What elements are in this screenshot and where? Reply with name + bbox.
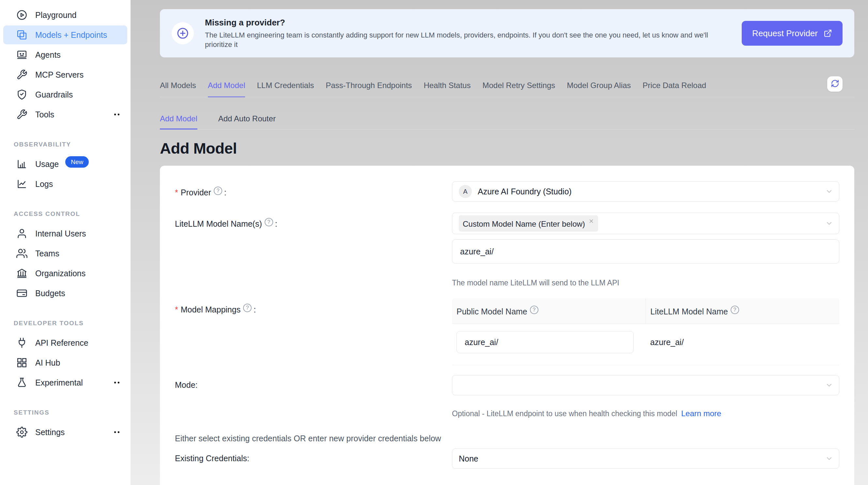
plug-icon bbox=[16, 337, 27, 348]
sidebar-item-internal-users[interactable]: Internal Users bbox=[3, 224, 127, 243]
banner-body: The LiteLLM engineering team is constant… bbox=[205, 30, 737, 49]
external-link-icon bbox=[824, 29, 832, 37]
more-options-icon[interactable] bbox=[112, 109, 122, 120]
existing-credentials-select[interactable]: None bbox=[452, 449, 839, 469]
sidebar-item-agents[interactable]: Agents bbox=[3, 45, 127, 64]
tab-model-group-alias[interactable]: Model Group Alias bbox=[567, 81, 631, 97]
help-icon[interactable]: ? bbox=[214, 187, 222, 195]
subtab-add-auto-router[interactable]: Add Auto Router bbox=[218, 114, 276, 129]
wrench-icon bbox=[16, 109, 27, 120]
refresh-icon bbox=[831, 79, 839, 89]
more-options-icon[interactable] bbox=[112, 377, 122, 388]
chevron-down-icon bbox=[825, 381, 833, 389]
help-icon[interactable]: ? bbox=[243, 304, 252, 312]
sidebar-item-logs[interactable]: Logs bbox=[3, 174, 127, 193]
sidebar-section-observability: OBSERVABILITY bbox=[14, 141, 130, 148]
public-model-name-input[interactable] bbox=[457, 331, 634, 353]
sidebar: Playground Models + Endpoints Agents MCP… bbox=[0, 0, 130, 485]
required-mark: * bbox=[175, 188, 178, 197]
sidebar-item-label: Organizations bbox=[35, 269, 86, 278]
tab-pass-through-endpoints[interactable]: Pass-Through Endpoints bbox=[326, 81, 412, 97]
request-provider-label: Request Provider bbox=[752, 28, 818, 38]
sidebar-item-label: Usage bbox=[35, 160, 59, 169]
mapping-row: azure_ai/ bbox=[452, 324, 839, 365]
sidebar-item-models-endpoints[interactable]: Models + Endpoints bbox=[3, 26, 127, 44]
model-mappings-row: *Model Mappings?: Public Model Name? Lit… bbox=[175, 298, 839, 365]
refresh-button[interactable] bbox=[827, 76, 842, 92]
tab-add-model[interactable]: Add Model bbox=[208, 81, 245, 97]
sidebar-item-playground[interactable]: Playground bbox=[3, 5, 127, 25]
or-divider: OR bbox=[175, 484, 839, 485]
help-icon[interactable]: ? bbox=[530, 305, 538, 314]
sidebar-item-label: Tools bbox=[35, 110, 54, 119]
sidebar-item-settings[interactable]: Settings bbox=[3, 423, 127, 442]
sidebar-item-budgets[interactable]: Budgets bbox=[3, 284, 127, 303]
sidebar-section-access-control: ACCESS CONTROL bbox=[14, 211, 130, 218]
provider-select-value: Azure AI Foundry (Studio) bbox=[478, 187, 572, 196]
sidebar-item-tools[interactable]: Tools bbox=[3, 105, 127, 124]
litellm-model-names-row: LiteLLM Model Name(s)?: Custom Model Nam… bbox=[175, 213, 839, 287]
agent-icon bbox=[16, 49, 27, 60]
grid-icon bbox=[16, 357, 27, 368]
tab-model-retry-settings[interactable]: Model Retry Settings bbox=[482, 81, 555, 97]
sidebar-nav: Playground Models + Endpoints Agents MCP… bbox=[0, 5, 130, 442]
chevron-down-icon bbox=[825, 455, 833, 462]
litellm-model-names-multiselect[interactable]: Custom Model Name (Enter below) bbox=[452, 213, 839, 234]
sidebar-section-developer-tools: DEVELOPER TOOLS bbox=[14, 320, 130, 327]
custom-model-name-input[interactable] bbox=[452, 239, 839, 263]
provider-select[interactable]: A Azure AI Foundry (Studio) bbox=[452, 181, 839, 201]
learn-more-link[interactable]: Learn more bbox=[681, 409, 721, 418]
sidebar-item-label: Guardrails bbox=[35, 90, 73, 99]
required-mark: * bbox=[175, 305, 178, 314]
model-name-tag: Custom Model Name (Enter below) bbox=[459, 215, 598, 232]
new-badge: New bbox=[65, 156, 89, 168]
sidebar-item-ai-hub[interactable]: AI Hub bbox=[3, 353, 127, 372]
model-mappings-label: *Model Mappings?: bbox=[175, 298, 452, 315]
help-icon[interactable]: ? bbox=[731, 305, 739, 314]
tab-llm-credentials[interactable]: LLM Credentials bbox=[257, 81, 314, 97]
bank-icon bbox=[16, 268, 27, 279]
wrench-icon bbox=[16, 69, 27, 80]
more-options-icon[interactable] bbox=[112, 427, 122, 438]
sidebar-item-usage[interactable]: Usage New bbox=[3, 155, 127, 173]
provider-banner: Missing a provider? The LiteLLM engineer… bbox=[160, 9, 854, 57]
help-icon[interactable]: ? bbox=[265, 218, 273, 226]
litellm-model-names-label: LiteLLM Model Name(s)?: bbox=[175, 213, 452, 229]
sidebar-item-experimental[interactable]: Experimental bbox=[3, 373, 127, 392]
sidebar-item-guardrails[interactable]: Guardrails bbox=[3, 85, 127, 104]
sidebar-item-label: Logs bbox=[35, 180, 53, 189]
tab-bar: All Models Add Model LLM Credentials Pas… bbox=[160, 81, 854, 97]
plus-circle-icon bbox=[172, 22, 194, 44]
provider-label: *Provider?: bbox=[175, 181, 452, 197]
sidebar-item-label: Models + Endpoints bbox=[35, 30, 107, 40]
sidebar-item-mcp-servers[interactable]: MCP Servers bbox=[3, 65, 127, 84]
remove-tag-icon[interactable] bbox=[588, 218, 594, 229]
sidebar-item-label: Agents bbox=[35, 50, 61, 60]
request-provider-button[interactable]: Request Provider bbox=[742, 21, 842, 46]
banner-title: Missing a provider? bbox=[205, 18, 737, 28]
mode-row: Mode: Optional - LiteLLM endpoint to use… bbox=[175, 375, 839, 418]
sidebar-item-label: Internal Users bbox=[35, 229, 86, 238]
sidebar-item-label: API Reference bbox=[35, 338, 88, 348]
existing-credentials-label: Existing Credentials: bbox=[175, 449, 452, 463]
chevron-down-icon bbox=[825, 188, 833, 195]
provider-row: *Provider?: A Azure AI Foundry (Studio) bbox=[175, 181, 839, 201]
line-chart-icon bbox=[16, 179, 27, 190]
mode-label: Mode: bbox=[175, 375, 452, 390]
tab-all-models[interactable]: All Models bbox=[160, 81, 196, 97]
mode-select[interactable] bbox=[452, 375, 839, 395]
tab-price-data-reload[interactable]: Price Data Reload bbox=[643, 81, 706, 97]
bar-chart-icon bbox=[16, 159, 27, 170]
subtab-add-model[interactable]: Add Model bbox=[160, 114, 197, 129]
shield-check-icon bbox=[16, 89, 27, 100]
tab-health-status[interactable]: Health Status bbox=[424, 81, 470, 97]
user-icon bbox=[16, 228, 27, 239]
or-label: OR bbox=[501, 484, 513, 485]
sidebar-item-teams[interactable]: Teams bbox=[3, 244, 127, 263]
main-content: Missing a provider? The LiteLLM engineer… bbox=[130, 0, 868, 485]
mappings-header-row: Public Model Name? LiteLLM Model Name? bbox=[452, 298, 839, 324]
sidebar-item-api-reference[interactable]: API Reference bbox=[3, 333, 127, 352]
sidebar-section-settings: SETTINGS bbox=[14, 409, 130, 416]
provider-avatar: A bbox=[459, 185, 472, 198]
sidebar-item-organizations[interactable]: Organizations bbox=[3, 264, 127, 283]
